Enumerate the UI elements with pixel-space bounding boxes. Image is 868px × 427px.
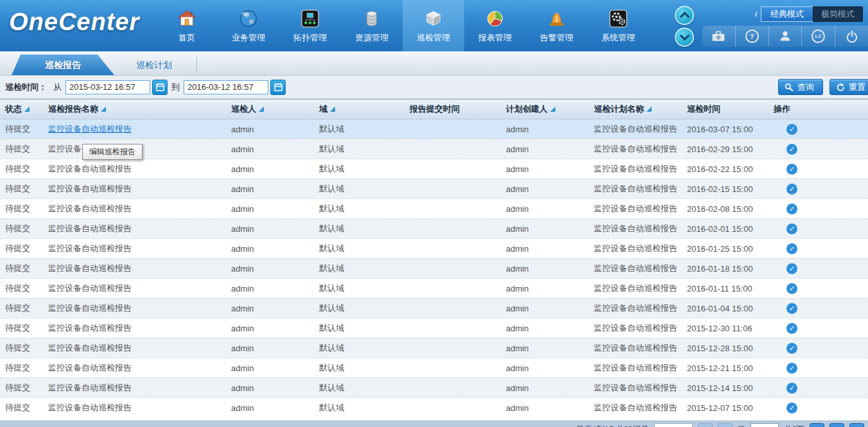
submit-report-button[interactable]: ✓ <box>786 283 797 294</box>
submit-report-button[interactable]: ✓ <box>786 164 797 175</box>
mode-minimal-button[interactable]: 极简模式 <box>813 6 863 22</box>
submit-report-button[interactable]: ✓ <box>786 363 797 374</box>
submit-report-button[interactable]: ✓ <box>786 263 797 274</box>
report-name[interactable]: 监控设备自动巡检报告 <box>48 243 132 254</box>
submit-report-button[interactable]: ✓ <box>786 204 797 214</box>
cell-status: 待提交 <box>0 143 43 155</box>
column-header-5[interactable]: 计划创建人 <box>501 100 589 119</box>
last-page-button[interactable]: ▶ <box>829 423 844 427</box>
cell-inspector: admin <box>226 204 314 214</box>
page-size-select[interactable]: 15 ▼ <box>654 423 693 427</box>
table-row[interactable]: 待提交监控设备自动巡检报告admin默认域admin监控设备自动巡检报告2015… <box>0 378 868 397</box>
from-calendar-button[interactable] <box>152 80 168 95</box>
power-button[interactable] <box>835 26 868 47</box>
tab-inspection-report[interactable]: 巡检报告 <box>12 55 114 75</box>
submit-report-button[interactable]: ✓ <box>786 144 797 155</box>
cell-inspector: admin <box>226 403 314 413</box>
scroll-up-button[interactable] <box>675 6 694 25</box>
submit-report-button[interactable]: ✓ <box>786 323 797 334</box>
scroll-down-button[interactable] <box>675 28 694 47</box>
mode-classic-button[interactable]: 经典模式 <box>761 6 813 22</box>
nav-collapse-controls <box>675 6 694 47</box>
submit-report-button[interactable]: ✓ <box>786 343 797 354</box>
cell-report-name: 监控设备自动巡检报告 <box>43 302 226 314</box>
toolkit-button[interactable] <box>702 26 735 47</box>
cell-status: 待提交 <box>0 342 43 354</box>
license-button[interactable]: LC <box>801 26 835 47</box>
submit-report-button[interactable]: ✓ <box>786 303 797 314</box>
report-name[interactable]: 监控设备自动巡检报告 <box>48 342 132 354</box>
submit-report-button[interactable]: ✓ <box>786 184 797 195</box>
cell-domain: 默认域 <box>314 302 404 314</box>
submit-report-button[interactable]: ✓ <box>786 383 797 394</box>
table-row[interactable]: 待提交监控设备自动巡检报告admin默认域admin监控设备自动巡检报告2016… <box>0 218 868 238</box>
refresh-button[interactable] <box>849 423 864 427</box>
nav-item-home[interactable]: 首页 <box>156 0 218 51</box>
report-name[interactable]: 监控设备自动巡检报告 <box>48 362 132 374</box>
cell-domain: 默认域 <box>314 143 404 155</box>
column-header-2[interactable]: 巡检人 <box>226 100 314 119</box>
table-row[interactable]: 待提交监控设备自动巡检报告admin默认域admin监控设备自动巡检报告2015… <box>0 358 868 378</box>
cell-plan-name: 监控设备自动巡检报告 <box>589 263 682 274</box>
table-row[interactable]: 待提交监控设备自动巡检报告admin默认域admin监控设备自动巡检报告2016… <box>0 278 868 298</box>
cell-inspector: admin <box>226 324 314 333</box>
user-button[interactable] <box>768 26 802 47</box>
query-button[interactable]: 查询 <box>778 79 823 95</box>
report-name[interactable]: 监控设备自动巡检报告 <box>48 183 132 195</box>
cell-operation: ✓ <box>768 243 868 254</box>
nav-item-label: 告警管理 <box>540 32 573 44</box>
table-row[interactable]: 待提交监控设备自动巡检报告admin默认域admin监控设备自动巡检报告2016… <box>0 298 868 318</box>
report-name[interactable]: 监控设备自动巡检报告 <box>48 382 132 394</box>
report-name[interactable]: 监控设备自动巡检报告 <box>48 163 132 175</box>
from-date-input[interactable] <box>65 80 150 94</box>
first-page-button[interactable]: ◀ <box>698 423 713 427</box>
page-number-input[interactable] <box>751 423 779 427</box>
next-page-button[interactable]: ▶ <box>810 423 824 427</box>
submit-report-button[interactable]: ✓ <box>786 223 797 234</box>
table-row[interactable]: 待提交监控设备自动巡检报告admin默认域admin监控设备自动巡检报告2016… <box>0 179 868 198</box>
database-icon <box>361 8 382 29</box>
table-row[interactable]: 待提交监控设备自动巡检报告admin默认域admin监控设备自动巡检报告2015… <box>0 318 868 338</box>
nav-item-label: 拓扑管理 <box>293 32 327 44</box>
submit-report-button[interactable]: ✓ <box>786 403 797 414</box>
table-row[interactable]: 待提交监控设备自动巡检报告admin默认域admin监控设备自动巡检报告2016… <box>0 119 868 139</box>
top-nav-bar: OneCenter 首页 业务管理 拓扑管理 <box>0 0 868 51</box>
cell-report-name: 监控设备自动巡检报告 <box>43 223 226 234</box>
table-row[interactable]: 待提交监控设备自动巡检报告admin默认域admin监控设备自动巡检报告2015… <box>0 397 868 417</box>
tab-inspection-plan[interactable]: 巡检计划 <box>122 55 186 75</box>
reset-button[interactable]: 重置 <box>829 79 868 95</box>
column-label: 报告提交时间 <box>410 103 460 115</box>
column-header-1[interactable]: 巡检报告名称 <box>43 100 226 119</box>
nav-item-inspection[interactable]: 巡检管理 <box>403 0 464 51</box>
nav-item-resource[interactable]: 资源管理 <box>341 0 403 51</box>
table-row[interactable]: 待提交监控设备自动巡检报告admin默认域admin监控设备自动巡检报告2016… <box>0 238 868 258</box>
report-name[interactable]: 监控设备自动巡检报告 <box>48 322 132 334</box>
column-header-0[interactable]: 状态 <box>0 100 43 119</box>
report-name[interactable]: 监控设备自动巡检报告 <box>48 223 132 234</box>
table-row[interactable]: 待提交监控设备自动巡检报告admin默认域admin监控设备自动巡检报告2016… <box>0 258 868 278</box>
nav-item-alarm[interactable]: 告警管理 <box>526 0 587 51</box>
table-row[interactable]: 待提交监控设备自动巡检报告admin默认域admin监控设备自动巡检报告2016… <box>0 198 868 218</box>
submit-report-button[interactable]: ✓ <box>786 243 797 254</box>
nav-item-topology[interactable]: 拓扑管理 <box>279 0 341 51</box>
submit-report-button[interactable]: ✓ <box>786 124 797 135</box>
report-link[interactable]: 监控设备自动巡检报告 <box>48 123 132 135</box>
topology-icon <box>300 8 320 29</box>
nav-item-report[interactable]: 报表管理 <box>464 0 526 51</box>
power-icon <box>845 30 859 44</box>
report-name[interactable]: 监控设备自动巡检报告 <box>48 263 132 274</box>
column-header-3[interactable]: 域 <box>314 100 404 119</box>
table-row[interactable]: 待提交监控设备自动巡检报告admin默认域admin监控设备自动巡检报告2016… <box>0 159 868 179</box>
prev-page-button[interactable]: ◀ <box>718 423 733 427</box>
help-button[interactable]: ? <box>735 26 768 47</box>
report-name[interactable]: 监控设备自动巡检报告 <box>48 302 132 314</box>
to-calendar-button[interactable] <box>270 80 286 95</box>
table-row[interactable]: 待提交监控设备自动巡检报告admin默认域admin监控设备自动巡检报告2015… <box>0 338 868 358</box>
to-date-input[interactable] <box>184 80 268 94</box>
report-name[interactable]: 监控设备自动巡检报告 <box>48 402 132 414</box>
nav-item-business[interactable]: 业务管理 <box>218 0 279 51</box>
report-name[interactable]: 监控设备自动巡检报告 <box>48 203 132 214</box>
column-header-6[interactable]: 巡检计划名称 <box>589 100 682 119</box>
report-name[interactable]: 监控设备自动巡检报告 <box>48 283 132 294</box>
nav-item-system[interactable]: 系统管理 <box>587 0 649 51</box>
